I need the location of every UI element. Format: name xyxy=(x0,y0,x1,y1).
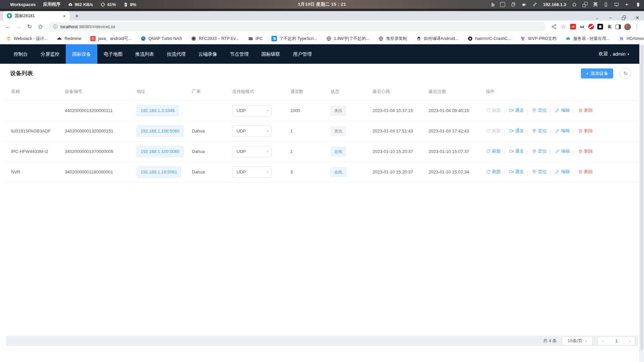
bookmark-redmine[interactable]: Redmine xyxy=(57,36,81,41)
browser-tab[interactable]: 国标28181 × xyxy=(3,11,70,20)
user-menu[interactable]: 欢迎，admin ▾ xyxy=(599,51,629,57)
share-icon[interactable] xyxy=(551,24,557,30)
extension-goggles-icon[interactable] xyxy=(579,24,585,30)
page-scrollbar[interactable] xyxy=(639,44,644,362)
extensions-puzzle-icon[interactable] xyxy=(606,24,612,30)
volume-icon[interactable] xyxy=(625,2,630,7)
side-panel-icon[interactable] xyxy=(615,24,621,29)
coffee-caffeine-icon[interactable] xyxy=(522,2,527,7)
forward-button[interactable]: → xyxy=(14,22,23,32)
window-restore-button[interactable] xyxy=(621,15,627,20)
action-refresh-button[interactable]: 刷新 xyxy=(486,148,501,154)
bookmark-android-build[interactable]: 如何编译Android... xyxy=(416,36,459,42)
bookmark-qnap[interactable]: QNAP Turbo NAS xyxy=(141,36,182,41)
window-close-button[interactable]: ✕ xyxy=(635,15,640,20)
new-tab-button[interactable]: + xyxy=(72,12,81,20)
bookmark-csdn[interactable]: C java、android可... xyxy=(90,36,132,42)
address-chip[interactable]: 192.168.1.108:5060 xyxy=(137,125,184,137)
next-page-button[interactable]: › xyxy=(630,339,631,344)
page-size-select[interactable]: 15条/页 ▾ xyxy=(562,336,593,346)
action-locate-button[interactable]: 定位 xyxy=(532,169,547,175)
tab-list-chevron-icon[interactable]: ⌄ xyxy=(594,15,600,20)
reload-button[interactable]: ↻ xyxy=(25,22,34,32)
action-locate-button[interactable]: 定位 xyxy=(532,128,547,134)
action-locate-button[interactable]: 定位 xyxy=(532,148,547,154)
action-locate-button[interactable]: 定位 xyxy=(532,107,547,113)
nav-item-push-list[interactable]: 推流列表 xyxy=(129,44,160,64)
action-refresh-button[interactable]: 刷新 xyxy=(486,128,501,134)
tab-close-icon[interactable]: × xyxy=(61,13,67,19)
color-picker-icon[interactable] xyxy=(532,2,537,7)
profile-avatar[interactable] xyxy=(624,23,631,30)
action-channels-button[interactable]: 通道 xyxy=(509,169,524,175)
action-delete-button[interactable]: 删除 xyxy=(578,128,593,134)
stream-mode-select[interactable]: UDP▾ xyxy=(232,146,271,157)
current-page[interactable]: 1 xyxy=(615,339,617,344)
site-info-icon[interactable]: ⓘ xyxy=(53,24,57,30)
workspaces-button[interactable]: Workspaces xyxy=(10,2,36,7)
nav-item-split-monitor[interactable]: 分屏监控 xyxy=(34,44,66,64)
browser-home-button[interactable] xyxy=(36,22,45,32)
browser-menu-icon[interactable]: ⋮ xyxy=(634,24,639,30)
extension-js-icon[interactable]: JS xyxy=(570,24,576,30)
address-bar[interactable]: ⓘ localhost:38080/#/deviceList xyxy=(48,22,546,32)
action-delete-button[interactable]: 删除 xyxy=(578,169,593,175)
bookmark-folder-ipc[interactable]: IPC xyxy=(248,36,263,41)
extension-blocker-icon[interactable] xyxy=(588,24,594,30)
action-channels-button[interactable]: 通道 xyxy=(509,128,524,134)
tray-app-status-icon[interactable] xyxy=(500,2,505,7)
nav-item-gb-devices[interactable]: 国标设备 xyxy=(66,44,97,64)
action-delete-button[interactable]: 删除 xyxy=(578,148,593,154)
action-refresh-button[interactable]: 刷新 xyxy=(486,169,501,175)
action-channels-button[interactable]: 通道 xyxy=(509,148,524,154)
stream-mode-select[interactable]: UDP▾ xyxy=(232,166,271,178)
ip-address-indicator[interactable]: 192.168.1.3 xyxy=(543,2,566,7)
action-edit-button[interactable]: 编辑 xyxy=(555,107,570,113)
address-chip[interactable]: 192.168.1.3:3346 xyxy=(137,105,179,116)
bookmark-webstack[interactable]: Webstack - 设计... xyxy=(6,36,48,42)
nav-item-user-manage[interactable]: 用户管理 xyxy=(287,44,318,64)
address-chip[interactable]: 192.168.1.100:5060 xyxy=(137,146,184,157)
window-minimize-button[interactable]: − xyxy=(608,15,613,20)
nav-item-cloud-record[interactable]: 云端录像 xyxy=(192,44,224,64)
bookmark-star-icon[interactable]: ☆ xyxy=(560,23,567,30)
bookmark-cloud-server[interactable]: 服务器 - 轻量应用... xyxy=(565,36,610,42)
phone-link-icon[interactable] xyxy=(603,2,608,7)
nav-item-console[interactable]: 控制台 xyxy=(7,44,34,64)
input-method-indicator[interactable]: 英 xyxy=(593,1,598,7)
clock[interactable]: 1月10日 星期二 15：21 xyxy=(298,1,346,7)
nav-item-gb-cascade[interactable]: 国标级联 xyxy=(255,44,287,64)
action-refresh-button[interactable]: 刷新 xyxy=(486,107,501,113)
bookmark-github[interactable]: hairrrrr/C-CrashC... xyxy=(467,36,511,41)
scrollbar-thumb[interactable] xyxy=(640,45,643,350)
action-edit-button[interactable]: 编辑 xyxy=(555,169,570,175)
battery-icon[interactable] xyxy=(636,2,641,7)
stream-mode-select[interactable]: UDP▾ xyxy=(232,125,271,137)
nav-item-e-map[interactable]: 电子地图 xyxy=(97,44,129,64)
bookmark-zhihu[interactable]: 知 了不起的 TypeScri... xyxy=(271,36,317,42)
home-icon[interactable] xyxy=(572,2,577,7)
add-device-button[interactable]: + 添加设备 xyxy=(581,68,613,79)
action-edit-button[interactable]: 编辑 xyxy=(555,148,570,154)
tray-icon-b[interactable]: b xyxy=(491,2,494,7)
applications-button[interactable]: 应用程序 xyxy=(43,1,60,7)
clipboard-copy-icon[interactable] xyxy=(511,2,516,7)
action-channels-button[interactable]: 通道 xyxy=(509,107,524,113)
display-icon[interactable] xyxy=(614,2,619,7)
workspaces-switcher-icon[interactable] xyxy=(583,2,588,7)
bookmark-rfc2833[interactable]: RFC2833 – RTP Ev... xyxy=(191,36,239,41)
address-chip[interactable]: 192.168.1.19:5061 xyxy=(137,166,181,177)
prev-page-button[interactable]: ‹ xyxy=(602,339,603,344)
bookmark-article-1[interactable]: 1.8W字|了不起的... xyxy=(326,36,369,42)
nav-item-pull-proxy[interactable]: 拉流代理 xyxy=(160,44,192,64)
bookmark-copy-free[interactable]: 免登录复制 xyxy=(378,36,407,42)
back-button[interactable]: ← xyxy=(3,22,13,32)
bookmark-wvp-doc[interactable]: WVP-PRO文档 xyxy=(520,36,556,42)
refresh-list-button[interactable]: ↻ xyxy=(620,68,631,79)
extension-dark-icon[interactable] xyxy=(597,24,603,30)
stream-mode-select[interactable]: UDP▾ xyxy=(232,105,271,116)
bookmark-hdatmos[interactable]: N HDAtmos :: 种子 *... xyxy=(619,36,644,42)
nav-item-node-manage[interactable]: 节点管理 xyxy=(224,44,255,64)
action-delete-button[interactable]: 删除 xyxy=(578,107,593,113)
action-edit-button[interactable]: 编辑 xyxy=(555,128,570,134)
